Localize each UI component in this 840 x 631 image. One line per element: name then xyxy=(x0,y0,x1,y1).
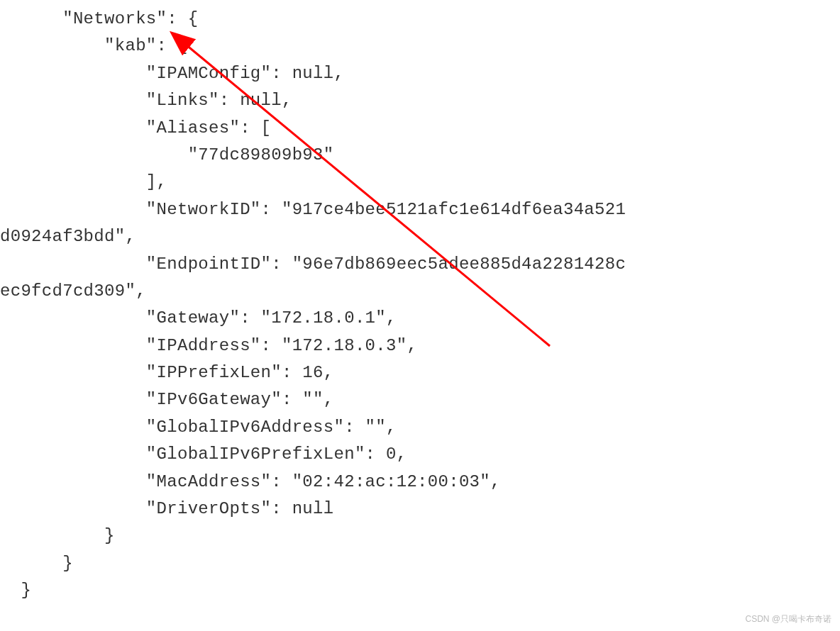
code-line: "Links": null, xyxy=(0,91,292,110)
code-line: ec9fcd7cd309", xyxy=(0,281,146,301)
json-code-block: "Networks": { "kab": { "IPAMConfig": nul… xyxy=(0,6,626,605)
watermark: CSDN @只喝卡布奇诺 xyxy=(745,613,831,625)
code-line: "NetworkID": "917ce4bee5121afc1e614df6ea… xyxy=(0,200,626,219)
code-line: "IPv6Gateway": "", xyxy=(0,390,333,409)
code-line: "EndpointID": "96e7db869eec5adee885d4a22… xyxy=(0,255,626,274)
code-line: ], xyxy=(0,172,167,191)
code-line: "GlobalIPv6PrefixLen": 0, xyxy=(0,445,407,464)
code-line: "Gateway": "172.18.0.1", xyxy=(0,308,397,328)
code-line: "IPAMConfig": null, xyxy=(0,64,344,83)
code-line: "MacAddress": "02:42:ac:12:00:03", xyxy=(0,472,501,491)
code-line: "77dc89809b93" xyxy=(0,145,333,164)
code-line: "kab": { xyxy=(0,36,188,55)
code-line: "IPAddress": "172.18.0.3", xyxy=(0,336,417,355)
code-line: d0924af3bdd", xyxy=(0,227,136,246)
code-line: } xyxy=(0,554,73,573)
code-line: "Aliases": [ xyxy=(0,118,271,138)
code-line: } xyxy=(0,526,115,545)
code-line: "DriverOpts": null xyxy=(0,499,333,518)
code-line: } xyxy=(0,581,31,600)
code-line: "IPPrefixLen": 16, xyxy=(0,363,333,382)
code-line: "GlobalIPv6Address": "", xyxy=(0,418,397,437)
code-line: "Networks": { xyxy=(0,9,198,28)
